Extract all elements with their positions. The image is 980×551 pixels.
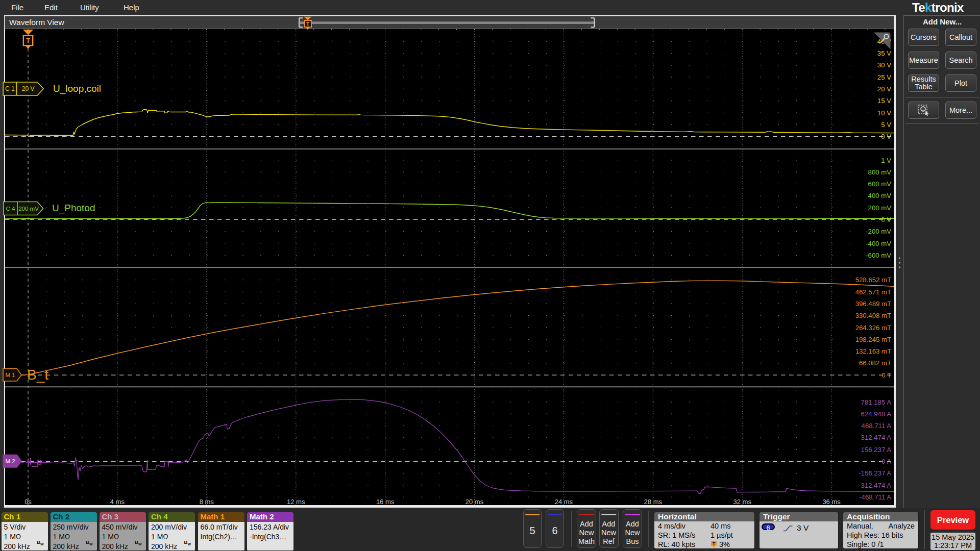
svg-text:396.489 mT: 396.489 mT [855, 300, 891, 308]
svg-text:20 V: 20 V [877, 85, 891, 93]
svg-text:20 ms: 20 ms [465, 498, 484, 506]
svg-text:28 ms: 28 ms [644, 498, 663, 506]
svg-text:0 V: 0 V [881, 216, 891, 223]
svg-text:-156.237 A: -156.237 A [859, 469, 891, 477]
svg-text:0 T: 0 T [881, 371, 891, 379]
svg-text:20 V: 20 V [22, 85, 35, 92]
svg-text:330.408 mT: 330.408 mT [855, 312, 891, 319]
svg-text:M 1: M 1 [5, 372, 15, 378]
svg-text:132.163 mT: 132.163 mT [855, 347, 891, 355]
svg-text:15 V: 15 V [877, 97, 891, 105]
svg-text:B_t: B_t [27, 367, 48, 383]
svg-text:12 ms: 12 ms [287, 498, 305, 506]
svg-text:462.571 mT: 462.571 mT [855, 288, 891, 296]
svg-text:-600 mV: -600 mV [866, 252, 891, 259]
svg-text:16 ms: 16 ms [376, 498, 395, 506]
svg-text:8 ms: 8 ms [200, 498, 214, 506]
svg-text:400 mV: 400 mV [868, 192, 892, 199]
svg-text:36 ms: 36 ms [822, 498, 841, 506]
svg-text:10 V: 10 V [877, 109, 891, 117]
svg-text:468.711 A: 468.711 A [862, 422, 892, 430]
svg-text:C 4: C 4 [6, 206, 16, 212]
svg-text:25 V: 25 V [877, 73, 891, 81]
svg-text:200 mV: 200 mV [868, 204, 892, 212]
svg-text:0 A: 0 A [881, 458, 891, 465]
svg-text:800 mV: 800 mV [868, 168, 892, 176]
svg-text:C 1: C 1 [5, 85, 15, 92]
svg-text:-400 mV: -400 mV [866, 240, 891, 247]
svg-text:U_loop,coil: U_loop,coil [53, 83, 101, 94]
svg-text:Waveform View: Waveform View [9, 18, 64, 27]
svg-text:781.185 A: 781.185 A [861, 398, 892, 406]
svg-text:T: T [26, 37, 30, 44]
svg-text:66.082 mT: 66.082 mT [859, 359, 891, 367]
svg-text:T: T [306, 21, 310, 27]
svg-text:32 ms: 32 ms [733, 498, 751, 506]
svg-text:I_p: I_p [29, 457, 42, 467]
svg-text:156.237 A: 156.237 A [861, 446, 892, 454]
svg-text:600 mV: 600 mV [868, 180, 892, 188]
svg-text:U_Photod: U_Photod [52, 203, 95, 214]
svg-text:312.474 A: 312.474 A [861, 434, 892, 441]
svg-text:264.326 mT: 264.326 mT [855, 324, 891, 332]
svg-text:5 V: 5 V [881, 121, 891, 129]
svg-text:624.948 A: 624.948 A [861, 410, 892, 418]
svg-text:0s: 0s [24, 498, 32, 506]
svg-text:35 V: 35 V [877, 49, 891, 57]
svg-text:M 2: M 2 [5, 458, 15, 464]
svg-text:0 V: 0 V [881, 133, 891, 140]
svg-text:198.245 mT: 198.245 mT [855, 336, 891, 343]
svg-text:200 mV: 200 mV [18, 206, 39, 212]
svg-text:528.652 mT: 528.652 mT [855, 276, 891, 284]
svg-text:-312.474 A: -312.474 A [859, 482, 891, 489]
svg-text:-200 mV: -200 mV [866, 228, 891, 235]
svg-text:1 V: 1 V [881, 157, 891, 164]
svg-text:4 ms: 4 ms [110, 498, 125, 506]
svg-text:30 V: 30 V [877, 61, 891, 69]
svg-text:-468.711 A: -468.711 A [859, 493, 891, 501]
svg-text:24 ms: 24 ms [555, 498, 573, 506]
